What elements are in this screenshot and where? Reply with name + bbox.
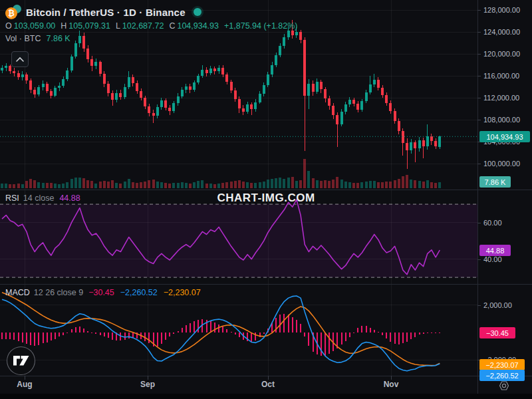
close-value: 104,934.93	[177, 21, 219, 31]
price-axis-label: 112,000.00	[483, 94, 519, 102]
time-axis-label: Nov	[381, 380, 401, 389]
volume-legend: Vol · BTC 7.86 K	[5, 34, 76, 43]
time-axis-label: Aug	[15, 380, 35, 389]
time-axis-label: Sep	[138, 380, 158, 389]
watermark: CHART-IMG.COM	[217, 192, 315, 205]
bitcoin-coin-icon: ₿	[5, 7, 17, 19]
high-label: H	[61, 21, 66, 31]
low-label: L	[116, 21, 120, 31]
high-value: 105,079.31	[68, 21, 110, 31]
clock-hexagon-icon	[498, 380, 510, 392]
market-status-dot	[194, 8, 201, 16]
close-label: C	[169, 21, 175, 31]
tradingview-logo[interactable]	[7, 346, 35, 375]
rsi-badge: 44.88	[479, 245, 511, 256]
volume-value: 7.86 K	[47, 34, 70, 43]
pane-collapse-button[interactable]	[11, 51, 29, 67]
rsi-axis-label: 60.00	[483, 219, 502, 227]
macd-signal-value: −2,230.07	[164, 288, 201, 297]
price-axis-label: 108,000.00	[483, 116, 520, 124]
price-axis-label: 128,000.00	[483, 6, 520, 15]
volume-label: Vol · BTC	[5, 34, 41, 43]
macd-line-value: −2,260.52	[120, 288, 158, 297]
macd-axis-label: 2,000.00	[483, 301, 512, 310]
rsi-params: 14 close	[23, 194, 55, 203]
last-price-badge: 104,934.93	[479, 131, 530, 142]
bottom-border	[0, 394, 532, 399]
open-value: 103,059.00	[14, 21, 56, 31]
macd-hist-badge: −30.45	[479, 327, 515, 338]
price-axis-label: 116,000.00	[483, 72, 519, 80]
volume-badge: 7.86 K	[479, 176, 511, 188]
open-label: O	[5, 21, 12, 31]
change-value: +1,875.94 (+1.82%)	[224, 21, 298, 31]
macd-line-badge: −2,260.52	[479, 370, 525, 381]
crypto-pair-icon: ₿	[4, 4, 23, 20]
price-axis-label: 124,000.00	[483, 28, 520, 37]
chevron-up-icon	[15, 56, 25, 63]
macd-signal-badge: −2,230.07	[479, 359, 525, 370]
symbol-title[interactable]: Bitcoin / TetherUS · 1D · Binance	[26, 7, 186, 18]
price-axis-label: 120,000.00	[483, 50, 520, 59]
time-axis-label: Oct	[258, 380, 278, 389]
macd-pane-label[interactable]: MACD 12 26 close 9 −30.45 −2,260.52 −2,2…	[5, 288, 201, 297]
macd-params: 12 26 close 9	[34, 288, 83, 297]
macd-hist-value: −30.45	[88, 288, 114, 297]
macd-title: MACD	[5, 288, 30, 297]
rsi-axis-label: 40.00	[483, 255, 502, 264]
rsi-title: RSI	[5, 194, 19, 203]
low-value: 102,687.72	[122, 21, 164, 31]
chart-app: ₿ Bitcoin / TetherUS · 1D · Binance O 10…	[0, 0, 532, 399]
ohlc-legend: O 103,059.00 H 105,079.31 L 102,687.72 C…	[5, 21, 303, 31]
symbol-header[interactable]: ₿ Bitcoin / TetherUS · 1D · Binance	[4, 4, 201, 20]
rsi-pane-label[interactable]: RSI 14 close 44.88	[5, 194, 80, 203]
price-axis-label: 100,000.00	[483, 160, 520, 168]
tradingview-glyph-icon	[13, 356, 29, 366]
rsi-value: 44.88	[59, 194, 80, 203]
